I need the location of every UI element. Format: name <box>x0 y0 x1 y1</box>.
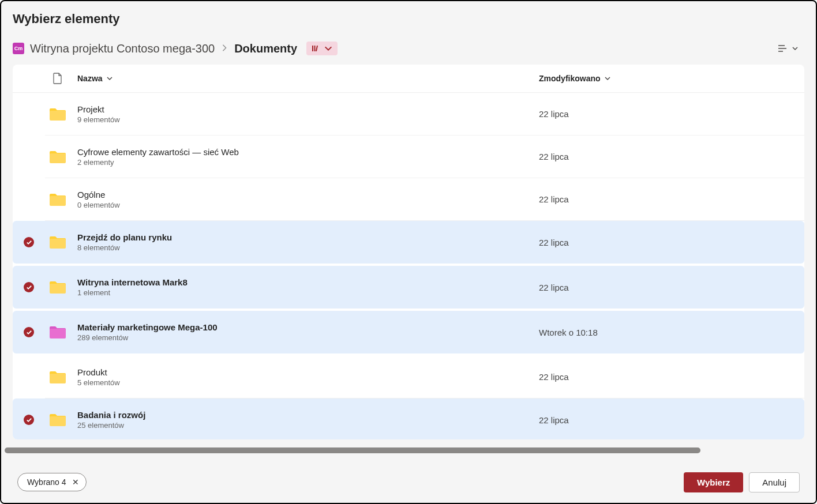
svg-rect-7 <box>50 153 66 163</box>
row-checkbox[interactable] <box>13 237 45 247</box>
list-item[interactable]: Cyfrowe elementy zawartości — sieć Web 2… <box>45 136 804 178</box>
folder-icon <box>45 324 70 340</box>
chevron-down-icon <box>604 75 611 82</box>
item-modified: 22 lipca <box>539 415 804 425</box>
breadcrumb-site[interactable]: Witryna projektu Contoso mega-300 <box>30 42 215 55</box>
item-name: Produkt <box>77 367 107 377</box>
row-checkbox[interactable] <box>13 282 45 292</box>
list-item[interactable]: Projekt 9 elementów 22 lipca <box>45 93 804 136</box>
item-modified: 22 lipca <box>539 238 804 247</box>
list-item[interactable]: Przejdź do planu rynku 8 elementów 22 li… <box>13 221 804 264</box>
svg-rect-2 <box>316 46 318 51</box>
folder-icon <box>45 106 70 122</box>
view-options-button[interactable] <box>771 39 804 58</box>
item-meta: 8 elementów <box>77 243 120 252</box>
item-name: Cyfrowe elementy zawartości — sieć Web <box>77 147 239 157</box>
row-checkbox[interactable] <box>13 327 45 337</box>
item-modified: Wtorek o 10:18 <box>539 328 804 337</box>
horizontal-scrollbar[interactable] <box>5 447 700 453</box>
column-header-name[interactable]: Nazwa <box>70 74 539 83</box>
list-view-icon <box>777 43 788 54</box>
item-meta: 1 element <box>77 288 110 297</box>
breadcrumb-bar: Cm Witryna projektu Contoso mega-300 Dok… <box>1 31 816 65</box>
item-name: Przejdź do planu rynku <box>77 232 172 242</box>
folder-icon <box>45 369 70 385</box>
selection-count-pill[interactable]: Wybrano 4 ✕ <box>17 473 87 491</box>
item-meta: 289 elementów <box>77 333 128 342</box>
svg-rect-6 <box>50 111 66 121</box>
selection-count-label: Wybrano 4 <box>27 477 66 487</box>
dialog-title: Wybierz elementy <box>13 12 804 27</box>
list-item[interactable]: Badania i rozwój 25 elementów 22 lipca <box>13 398 804 439</box>
folder-icon <box>45 191 70 208</box>
chevron-right-icon <box>220 44 228 54</box>
folder-icon <box>45 412 70 428</box>
column-name-label: Nazwa <box>77 74 103 83</box>
folder-icon <box>45 234 70 250</box>
svg-rect-10 <box>50 284 66 294</box>
svg-rect-0 <box>312 46 313 51</box>
item-name: Ogólne <box>77 190 105 200</box>
row-checkbox[interactable] <box>13 415 45 425</box>
library-icon <box>311 44 320 53</box>
svg-rect-1 <box>314 46 316 51</box>
dialog-footer: Wybrano 4 ✕ Wybierz Anuluj <box>1 461 816 503</box>
cancel-button[interactable]: Anuluj <box>749 472 800 492</box>
item-name: Projekt <box>77 104 104 114</box>
file-type-icon <box>45 73 70 84</box>
chevron-down-icon <box>792 45 799 52</box>
list-item[interactable]: Ogólne 0 elementów 22 lipca <box>45 178 804 221</box>
item-modified: 22 lipca <box>539 194 804 204</box>
chevron-down-icon <box>324 44 333 53</box>
list-item[interactable]: Witryna internetowa Mark8 1 element 22 l… <box>13 266 804 309</box>
breadcrumb-current: Dokumenty <box>234 42 297 55</box>
list-item[interactable]: Materiały marketingowe Mega-100 289 elem… <box>13 311 804 353</box>
clear-selection-icon[interactable]: ✕ <box>72 477 79 487</box>
svg-rect-11 <box>50 329 66 338</box>
chevron-down-icon <box>106 75 113 82</box>
select-button[interactable]: Wybierz <box>684 472 743 492</box>
item-meta: 9 elementów <box>77 115 120 124</box>
column-header-row: Nazwa Zmodyfikowano <box>13 65 804 93</box>
item-name: Badania i rozwój <box>77 410 145 420</box>
item-name: Materiały marketingowe Mega-100 <box>77 322 218 332</box>
item-meta: 5 elementów <box>77 378 120 387</box>
column-header-modified[interactable]: Zmodyfikowano <box>539 74 804 83</box>
file-list: Nazwa Zmodyfikowano Projekt 9 elementów … <box>13 65 804 439</box>
list-item[interactable]: Produkt 5 elementów 22 lipca <box>45 356 804 398</box>
site-icon: Cm <box>13 43 24 54</box>
column-modified-label: Zmodyfikowano <box>539 74 601 83</box>
svg-rect-13 <box>50 416 66 426</box>
svg-rect-12 <box>50 374 66 383</box>
svg-rect-9 <box>50 239 66 249</box>
item-modified: 22 lipca <box>539 109 804 119</box>
item-meta: 2 elementy <box>77 158 114 167</box>
item-name: Witryna internetowa Mark8 <box>77 277 188 287</box>
folder-icon <box>45 149 70 165</box>
svg-rect-8 <box>50 196 66 206</box>
item-meta: 25 elementów <box>77 421 124 430</box>
item-meta: 0 elementów <box>77 201 120 209</box>
folder-icon <box>45 279 70 295</box>
item-modified: 22 lipca <box>539 283 804 292</box>
item-modified: 22 lipca <box>539 152 804 161</box>
item-modified: 22 lipca <box>539 372 804 382</box>
library-dropdown[interactable] <box>306 42 338 55</box>
